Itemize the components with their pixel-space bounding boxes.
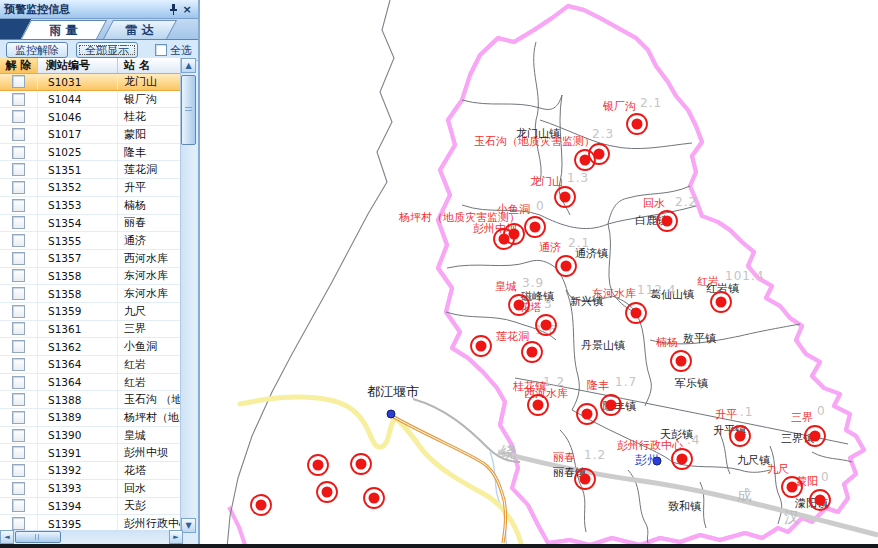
table-row[interactable]: S1392花塔 [0, 462, 183, 480]
release-cell [0, 285, 38, 302]
station-name-cell: 红岩 [118, 356, 183, 373]
table-row[interactable]: S1354丽春 [0, 215, 183, 233]
table-row[interactable]: S1044银厂沟 [0, 91, 183, 109]
map-label-value: 1.2 [584, 449, 606, 461]
table-row[interactable]: S1390皇城 [0, 427, 183, 445]
map-label-station: 花塔 [519, 302, 541, 313]
station-id-cell: S1390 [38, 427, 118, 444]
table-row[interactable]: S1388玉石沟 （地... [0, 391, 183, 409]
column-header-station-id[interactable]: 测站编号 [38, 58, 118, 73]
map-label-station: 升平 [715, 409, 737, 420]
station-name-cell: 杨坪村（地质... [118, 409, 183, 426]
table-row[interactable]: S1017蒙阳 [0, 126, 183, 144]
table-row[interactable]: S1046桂花 [0, 108, 183, 126]
station-name-cell: 皇城 [118, 427, 183, 444]
table-row[interactable]: S1357西河水库 [0, 250, 183, 268]
panel-title: 预警监控信息 [4, 2, 70, 17]
release-cell [0, 303, 38, 320]
station-checkbox[interactable] [12, 499, 25, 512]
tab-radar[interactable]: 雷 达 [103, 20, 177, 39]
table-row[interactable]: S1031龙门山 [0, 73, 183, 91]
station-checkbox[interactable] [12, 146, 25, 159]
station-checkbox[interactable] [12, 322, 25, 335]
station-name-cell: 彭州中坝 [118, 444, 183, 461]
scroll-down-button[interactable]: ▼ [181, 518, 196, 533]
release-cell [0, 356, 38, 373]
table-row[interactable]: S1364红岩 [0, 356, 183, 374]
station-checkbox[interactable] [12, 93, 25, 106]
pin-icon[interactable] [166, 3, 180, 16]
table-row[interactable]: S1364红岩 [0, 374, 183, 392]
table-row[interactable]: S1391彭州中坝 [0, 444, 183, 462]
station-checkbox[interactable] [12, 429, 25, 442]
station-checkbox[interactable] [12, 305, 25, 318]
station-checkbox[interactable] [12, 287, 25, 300]
station-checkbox[interactable] [12, 75, 25, 88]
table-row[interactable]: S1394天彭 [0, 498, 183, 516]
station-name-cell: 三界 [118, 321, 183, 338]
station-id-cell: S1017 [38, 126, 118, 143]
station-checkbox[interactable] [12, 464, 25, 477]
scroll-left-button[interactable]: ◄ [0, 530, 14, 544]
vertical-scrollbar[interactable]: ▲ ▼ [180, 58, 196, 533]
table-row[interactable]: S1352升平 [0, 179, 183, 197]
map-labels-layer: 银厂沟玉石沟（地质灾害监测）龙门山回水小鱼洞杨坪村（地质灾害监测）彭州中坝通济皇… [200, 0, 878, 548]
table-row[interactable]: S1351莲花洞 [0, 161, 183, 179]
column-header-release[interactable]: 解 除 [0, 58, 38, 73]
map-label-station: 楠杨 [656, 337, 678, 348]
horizontal-scrollbar-thumb[interactable] [15, 531, 61, 543]
map-view[interactable]: 银厂沟玉石沟（地质灾害监测）龙门山回水小鱼洞杨坪村（地质灾害监测）彭州中坝通济皇… [200, 0, 878, 548]
station-name-cell: 天彭 [118, 498, 183, 515]
table-row[interactable]: S1361三界 [0, 321, 183, 339]
station-checkbox[interactable] [12, 181, 25, 194]
map-label-value: 2.3 [592, 128, 614, 140]
table-row[interactable]: S1362小鱼洞 [0, 338, 183, 356]
map-label-cityname: 都江堰市 [367, 385, 419, 398]
tab-rainfall[interactable]: 雨 量 [21, 20, 107, 39]
map-label-town: 濛阳镇 [795, 498, 828, 509]
table-row[interactable]: S1358东河水库 [0, 285, 183, 303]
table-row[interactable]: S1353楠杨 [0, 197, 183, 215]
map-label-town: 龙门山镇 [516, 128, 560, 139]
table-row[interactable]: S1355通济 [0, 232, 183, 250]
station-checkbox[interactable] [12, 411, 25, 424]
station-checkbox[interactable] [12, 482, 25, 495]
station-checkbox[interactable] [12, 128, 25, 141]
station-checkbox[interactable] [12, 517, 25, 530]
table-row[interactable]: S1359九尺 [0, 303, 183, 321]
station-checkbox[interactable] [12, 269, 25, 282]
station-checkbox[interactable] [12, 216, 25, 229]
station-checkbox[interactable] [12, 446, 25, 459]
close-icon[interactable]: × [180, 3, 194, 16]
station-checkbox[interactable] [12, 110, 25, 123]
map-label-value: 2.2 [675, 196, 697, 208]
station-name-cell: 通济 [118, 232, 183, 249]
table-row[interactable]: S1389杨坪村（地质... [0, 409, 183, 427]
station-name-cell: 九尺 [118, 303, 183, 320]
station-checkbox[interactable] [12, 234, 25, 247]
table-row[interactable]: S1025隆丰 [0, 144, 183, 162]
station-name-cell: 玉石沟 （地... [118, 391, 183, 408]
show-all-button[interactable]: 全部显示 [76, 42, 138, 58]
release-cell [0, 427, 38, 444]
select-all-checkbox[interactable] [155, 44, 167, 56]
station-checkbox[interactable] [12, 376, 25, 389]
station-checkbox[interactable] [12, 393, 25, 406]
map-label-value: 1.7 [615, 376, 637, 388]
station-checkbox[interactable] [12, 163, 25, 176]
station-checkbox[interactable] [12, 252, 25, 265]
table-row[interactable]: S1358东河水库 [0, 268, 183, 286]
vertical-scrollbar-thumb[interactable] [181, 75, 196, 145]
horizontal-scrollbar[interactable]: ◄ ► [0, 530, 183, 544]
scroll-right-button[interactable]: ► [169, 530, 183, 544]
scroll-up-button[interactable]: ▲ [181, 58, 196, 73]
map-label-station: 回水 [643, 198, 665, 209]
release-cell [0, 321, 38, 338]
monitor-release-button[interactable]: 监控解除 [6, 42, 68, 58]
station-checkbox[interactable] [12, 199, 25, 212]
map-label-town: 军乐镇 [675, 378, 708, 389]
station-checkbox[interactable] [12, 358, 25, 371]
column-header-station-name[interactable]: 站 名 [118, 58, 183, 73]
station-checkbox[interactable] [12, 340, 25, 353]
table-row[interactable]: S1393回水 [0, 480, 183, 498]
